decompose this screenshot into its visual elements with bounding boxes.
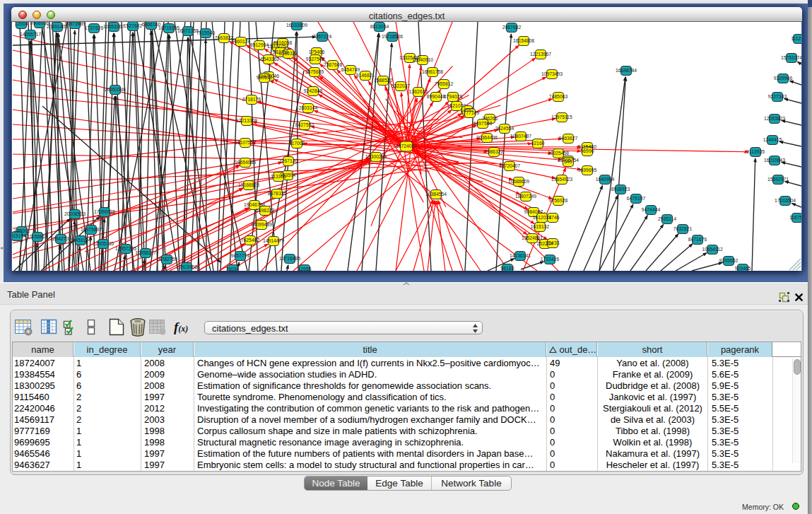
svg-text:19046758: 19046758 bbox=[244, 202, 265, 207]
svg-text:14914479: 14914479 bbox=[263, 238, 284, 243]
svg-text:6497568: 6497568 bbox=[473, 121, 493, 126]
svg-text:9242848: 9242848 bbox=[304, 88, 323, 93]
svg-text:9660124: 9660124 bbox=[232, 39, 251, 44]
svg-text:9113935: 9113935 bbox=[746, 149, 765, 154]
svg-text:8912954: 8912954 bbox=[250, 42, 269, 47]
svg-text:20364436: 20364436 bbox=[476, 135, 498, 140]
svg-text:96996: 96996 bbox=[581, 148, 594, 153]
svg-text:17359938: 17359938 bbox=[94, 209, 115, 214]
svg-text:6794028: 6794028 bbox=[444, 94, 463, 99]
svg-text:2803144: 2803144 bbox=[299, 105, 318, 110]
svg-text:989612: 989612 bbox=[257, 75, 273, 80]
svg-text:13716485: 13716485 bbox=[279, 256, 300, 261]
svg-text:16107552: 16107552 bbox=[235, 140, 256, 145]
svg-text:8678335: 8678335 bbox=[268, 191, 287, 196]
svg-text:15751074: 15751074 bbox=[781, 55, 801, 60]
svg-text:2718176: 2718176 bbox=[242, 97, 261, 102]
svg-text:1362615: 1362615 bbox=[409, 89, 428, 94]
svg-text:13524851: 13524851 bbox=[522, 235, 543, 240]
svg-text:25433: 25433 bbox=[546, 240, 560, 245]
svg-text:10973989: 10973989 bbox=[64, 22, 86, 26]
svg-text:16543362: 16543362 bbox=[258, 57, 279, 62]
svg-text:919465: 919465 bbox=[735, 266, 751, 271]
svg-text:76034: 76034 bbox=[226, 267, 240, 271]
svg-text:12004: 12004 bbox=[15, 22, 28, 26]
svg-text:649: 649 bbox=[564, 159, 572, 164]
svg-text:6479197: 6479197 bbox=[627, 196, 646, 201]
svg-text:116753: 116753 bbox=[789, 215, 801, 220]
svg-text:9699695: 9699695 bbox=[578, 168, 597, 173]
svg-text:8471676: 8471676 bbox=[688, 237, 707, 242]
svg-text:113151: 113151 bbox=[271, 174, 286, 179]
svg-text:18300295: 18300295 bbox=[365, 154, 387, 159]
svg-text:8813054: 8813054 bbox=[370, 24, 389, 29]
svg-text:12923468: 12923468 bbox=[176, 264, 197, 269]
svg-text:1527602: 1527602 bbox=[124, 23, 143, 28]
svg-text:12213967: 12213967 bbox=[530, 52, 551, 57]
svg-text:10654112: 10654112 bbox=[702, 247, 723, 252]
svg-text:9084067: 9084067 bbox=[524, 209, 543, 214]
svg-text:7485063: 7485063 bbox=[549, 94, 568, 99]
svg-text:1616058: 1616058 bbox=[273, 40, 293, 45]
svg-text:10973493: 10973493 bbox=[541, 71, 563, 76]
svg-text:9329966: 9329966 bbox=[774, 76, 793, 81]
svg-text:2087682: 2087682 bbox=[502, 25, 522, 30]
svg-text:14055717: 14055717 bbox=[20, 32, 41, 37]
svg-text:16961758: 16961758 bbox=[422, 69, 443, 74]
svg-text:8186323: 8186323 bbox=[279, 51, 298, 56]
svg-text:10975887: 10975887 bbox=[81, 227, 102, 232]
svg-text:12975115: 12975115 bbox=[551, 115, 572, 119]
svg-text:10958117: 10958117 bbox=[135, 250, 156, 255]
svg-text:15692971: 15692971 bbox=[767, 177, 789, 182]
svg-text:1498222: 1498222 bbox=[256, 208, 275, 213]
svg-text:9756928: 9756928 bbox=[549, 198, 568, 203]
svg-text:9457771: 9457771 bbox=[231, 253, 250, 258]
svg-text:18807249: 18807249 bbox=[515, 194, 536, 199]
svg-text:98183: 98183 bbox=[501, 266, 514, 271]
svg-text:19166825: 19166825 bbox=[238, 182, 259, 187]
svg-text:2935114: 2935114 bbox=[658, 216, 676, 221]
svg-text:8938923: 8938923 bbox=[611, 187, 630, 192]
svg-text:7986322: 7986322 bbox=[485, 149, 504, 154]
svg-text:12942737: 12942737 bbox=[50, 236, 71, 241]
svg-text:19654923: 19654923 bbox=[551, 177, 572, 182]
svg-text:8990448: 8990448 bbox=[427, 94, 446, 99]
svg-text:12213369: 12213369 bbox=[236, 118, 257, 123]
svg-text:16210643: 16210643 bbox=[764, 158, 785, 163]
svg-text:10719155: 10719155 bbox=[158, 25, 180, 30]
svg-text:17957255: 17957255 bbox=[115, 246, 136, 251]
svg-text:12505135: 12505135 bbox=[93, 241, 114, 246]
svg-text:8454749: 8454749 bbox=[341, 67, 360, 72]
svg-text:9777169: 9777169 bbox=[461, 110, 480, 115]
svg-text:10807487: 10807487 bbox=[510, 134, 531, 139]
svg-text:9327505: 9327505 bbox=[306, 57, 325, 62]
svg-text:3267130: 3267130 bbox=[279, 158, 298, 163]
svg-text:111213: 111213 bbox=[791, 36, 801, 41]
svg-text:9474444: 9474444 bbox=[642, 207, 661, 212]
svg-text:7632621: 7632621 bbox=[673, 226, 693, 231]
svg-text:16782759: 16782759 bbox=[156, 257, 177, 262]
svg-text:15720407: 15720407 bbox=[499, 163, 520, 168]
svg-text:12955: 12955 bbox=[298, 267, 312, 271]
svg-text:7357224: 7357224 bbox=[313, 34, 332, 39]
svg-text:18724007: 18724007 bbox=[396, 144, 417, 148]
svg-text:62160: 62160 bbox=[531, 141, 545, 146]
svg-text:17016504: 17016504 bbox=[775, 198, 796, 203]
svg-text:2367608: 2367608 bbox=[324, 62, 343, 67]
svg-text:1588520: 1588520 bbox=[374, 78, 393, 83]
svg-text:14099489: 14099489 bbox=[251, 222, 272, 227]
svg-text:16648784: 16648784 bbox=[616, 68, 637, 73]
svg-text:19218506: 19218506 bbox=[382, 34, 403, 39]
svg-text:417008: 417008 bbox=[289, 141, 305, 146]
svg-text:175466: 175466 bbox=[309, 49, 325, 54]
svg-text:1640954: 1640954 bbox=[596, 177, 615, 182]
svg-text:1615132: 1615132 bbox=[531, 224, 550, 229]
svg-text:20053346: 20053346 bbox=[105, 87, 126, 92]
svg-text:1244415: 1244415 bbox=[763, 137, 782, 142]
svg-text:19384554: 19384554 bbox=[425, 192, 447, 197]
svg-text:15640910: 15640910 bbox=[412, 57, 433, 62]
svg-text:16033809: 16033809 bbox=[286, 23, 307, 28]
svg-text:3915154: 3915154 bbox=[12, 233, 26, 238]
svg-text:3675685: 3675685 bbox=[305, 69, 324, 74]
svg-text:16671355: 16671355 bbox=[177, 28, 199, 33]
